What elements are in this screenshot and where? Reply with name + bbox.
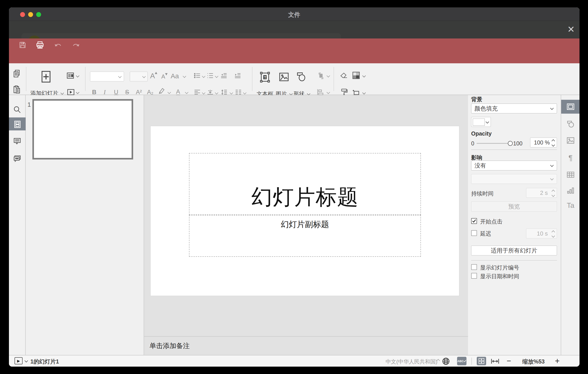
decrease-indent-icon[interactable] — [220, 73, 227, 79]
change-case-icon[interactable]: Aa — [171, 72, 179, 80]
paste-icon[interactable] — [13, 85, 21, 95]
show-slide-number-label: 显示幻灯片编号 — [480, 264, 519, 271]
preview-button[interactable]: 预览 — [471, 201, 557, 212]
image-settings-tab[interactable] — [561, 133, 579, 147]
redo-icon[interactable] — [72, 43, 80, 48]
fit-width-button[interactable] — [491, 358, 500, 365]
arrange-shapes-chevron[interactable] — [327, 74, 330, 78]
increase-font-icon[interactable]: A — [150, 72, 157, 80]
vertical-align-chevron[interactable] — [215, 91, 219, 95]
fill-color-chevron[interactable] — [486, 120, 489, 124]
numbering-icon[interactable] — [207, 73, 214, 79]
close-icon[interactable]: ✕ — [566, 24, 576, 34]
slide-layout-chevron[interactable] — [76, 74, 80, 78]
slide-settings-tab[interactable] — [561, 100, 579, 114]
background-fill-dropdown[interactable]: 颜色填充 — [471, 104, 557, 113]
text-art-settings-tab[interactable]: Ta — [561, 199, 579, 212]
insert-textbox-icon[interactable]: T — [260, 71, 270, 84]
zoom-out-button[interactable]: − — [507, 357, 511, 365]
slide-thumbnail[interactable] — [32, 99, 133, 159]
numbering-chevron[interactable] — [215, 75, 219, 78]
slides-sidebar-button[interactable] — [9, 117, 26, 130]
start-on-click-checkbox[interactable] — [471, 218, 477, 224]
fit-slide-button[interactable] — [477, 357, 486, 365]
change-case-chevron[interactable] — [183, 75, 186, 78]
align-shapes-chevron[interactable] — [327, 91, 330, 94]
bold-icon[interactable]: B — [92, 89, 96, 96]
delay-checkbox[interactable] — [471, 230, 477, 236]
superscript-icon[interactable]: A² — [136, 89, 142, 96]
highlight-color-chevron[interactable] — [168, 91, 171, 94]
horizontal-align-chevron[interactable] — [202, 91, 206, 95]
start-slideshow-status-button[interactable]: ▶ — [14, 357, 22, 364]
strikeout-icon[interactable]: S — [125, 89, 129, 96]
highlight-color-icon[interactable] — [158, 88, 165, 95]
show-slide-number-checkbox[interactable] — [471, 264, 477, 270]
slide-size-chevron[interactable] — [362, 91, 366, 95]
spell-check-button[interactable]: ABC — [457, 357, 466, 365]
increase-indent-icon[interactable] — [234, 73, 241, 79]
comments-sidebar-button[interactable] — [9, 134, 26, 147]
window-title: 文件 — [9, 11, 579, 19]
bullets-icon[interactable] — [194, 73, 201, 79]
home-toolbar: 添加幻灯片 A A Aa B I U S A² A₂ — [9, 63, 579, 95]
shape-settings-tab[interactable] — [561, 117, 579, 131]
zoom-in-button[interactable]: + — [555, 356, 560, 366]
search-sidebar-button[interactable] — [9, 103, 26, 116]
subtitle-placeholder[interactable]: 幻灯片副标题 — [189, 215, 421, 257]
start-slideshow-chevron[interactable] — [76, 91, 80, 94]
add-slide-button[interactable] — [40, 70, 54, 83]
line-spacing-chevron[interactable] — [230, 91, 233, 95]
duration-spinner-arrows[interactable] — [552, 190, 555, 197]
chat-sidebar-button[interactable] — [9, 152, 26, 165]
slideshow-mode-chevron[interactable] — [25, 359, 28, 363]
show-date-time-checkbox[interactable] — [471, 273, 477, 279]
font-color-chevron[interactable] — [185, 91, 189, 94]
underline-icon[interactable]: U — [114, 89, 118, 96]
opacity-slider-thumb[interactable] — [508, 141, 513, 146]
font-name-chevron[interactable] — [118, 75, 122, 78]
save-icon[interactable] — [19, 41, 27, 49]
effect-type-dropdown-disabled[interactable] — [471, 174, 557, 184]
duration-spinner[interactable]: 2 s — [526, 188, 557, 198]
undo-icon[interactable] — [54, 43, 62, 48]
clear-style-icon[interactable] — [340, 72, 348, 80]
paragraph-settings-tab[interactable]: ¶ — [561, 151, 579, 165]
opacity-spinner-arrows[interactable] — [552, 139, 555, 146]
set-language-globe-icon[interactable] — [442, 357, 450, 366]
font-size-chevron[interactable] — [142, 75, 146, 78]
color-scheme-icon[interactable] — [352, 71, 360, 80]
table-settings-tab[interactable] — [561, 168, 579, 182]
italic-icon[interactable]: I — [104, 89, 106, 96]
subscript-icon[interactable]: A₂ — [147, 89, 154, 96]
copy-icon[interactable] — [13, 70, 21, 78]
font-name-combo[interactable] — [90, 72, 124, 81]
opacity-spinner[interactable]: 100 % — [530, 138, 557, 147]
title-placeholder[interactable]: 幻灯片标题 — [189, 153, 421, 215]
left-sidebar — [9, 95, 26, 355]
color-scheme-chevron[interactable] — [362, 74, 366, 78]
document-language[interactable]: 中文(中华人民共和国) — [386, 358, 437, 365]
opacity-slider-track[interactable] — [476, 143, 512, 144]
columns-chevron[interactable] — [243, 91, 247, 95]
opacity-max-label: 100 — [513, 140, 523, 147]
apply-to-all-slides-button[interactable]: 适用于所有幻灯片 — [471, 246, 557, 255]
chart-settings-tab[interactable] — [561, 184, 579, 198]
font-size-combo[interactable] — [130, 72, 148, 81]
bullets-chevron[interactable] — [202, 75, 206, 78]
slide-editing-surface[interactable]: 幻灯片标题 幻灯片副标题 — [150, 126, 459, 296]
effect-dropdown[interactable]: 没有 — [471, 161, 557, 170]
slide-thumbnail-number: 1 — [28, 101, 31, 108]
fill-color-picker[interactable] — [471, 117, 491, 127]
insert-image-icon[interactable] — [279, 72, 289, 83]
font-color-icon[interactable]: A — [176, 88, 180, 95]
delay-spinner[interactable]: 10 s — [526, 229, 557, 238]
arrange-shapes-icon[interactable] — [316, 72, 325, 81]
delay-spinner-arrows[interactable] — [552, 231, 555, 238]
insert-shape-icon[interactable] — [296, 72, 306, 83]
slide-layout-icon[interactable] — [67, 72, 74, 80]
notes-area[interactable]: 单击添加备注 — [144, 336, 468, 355]
decrease-font-icon[interactable]: A — [161, 73, 168, 80]
print-icon[interactable] — [36, 41, 44, 49]
panel-divider — [471, 149, 557, 150]
